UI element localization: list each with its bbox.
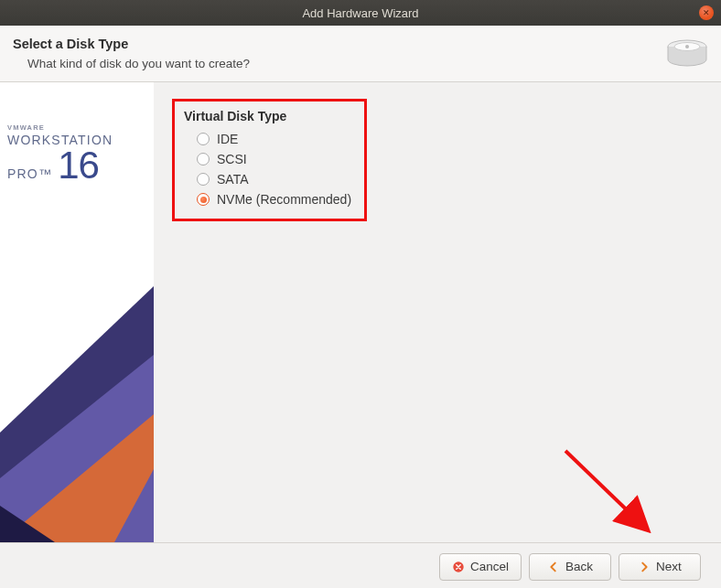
wizard-sidebar: VMWARE WORKSTATION PRO™ 16 (0, 82, 154, 542)
sidebar-decor (0, 231, 154, 542)
cancel-label: Cancel (470, 560, 509, 573)
next-icon (638, 561, 651, 573)
next-button[interactable]: Next (619, 553, 701, 581)
wizard-header: Select a Disk Type What kind of disk do … (0, 26, 721, 82)
cancel-icon (452, 561, 465, 573)
radio-icon-selected (197, 193, 210, 206)
disk-type-group-label: Virtual Disk Type (184, 109, 351, 123)
page-title: Select a Disk Type (13, 37, 250, 51)
brand-vendor: VMWARE (7, 124, 113, 132)
cancel-button[interactable]: Cancel (439, 553, 522, 581)
radio-icon (197, 133, 210, 145)
back-icon (547, 561, 560, 573)
radio-nvme[interactable]: NVMe (Recommended) (184, 189, 351, 209)
brand-edition: PRO (7, 166, 38, 181)
radio-icon (197, 153, 210, 166)
back-button[interactable]: Back (529, 553, 611, 581)
window-title: Add Hardware Wizard (302, 6, 418, 20)
titlebar: Add Hardware Wizard ✕ (0, 0, 721, 26)
radio-icon (197, 173, 210, 186)
radio-sata[interactable]: SATA (184, 169, 351, 189)
radio-label-sata: SATA (217, 172, 249, 187)
svg-point-2 (685, 45, 689, 48)
brand-version: 16 (58, 146, 99, 185)
radio-ide[interactable]: IDE (184, 129, 351, 149)
disk-icon (666, 38, 708, 69)
wizard-content: Virtual Disk Type IDE SCSI SATA NVMe (Re… (154, 82, 721, 542)
brand-logo: VMWARE WORKSTATION PRO™ 16 (7, 124, 113, 185)
radio-label-scsi: SCSI (217, 152, 247, 166)
radio-scsi[interactable]: SCSI (184, 149, 351, 169)
back-label: Back (565, 560, 593, 573)
page-subtitle: What kind of disk do you want to create? (27, 57, 250, 70)
disk-type-group-highlight: Virtual Disk Type IDE SCSI SATA NVMe (Re… (172, 99, 367, 221)
radio-label-nvme: NVMe (Recommended) (217, 192, 351, 207)
radio-label-ide: IDE (217, 132, 238, 146)
close-icon[interactable]: ✕ (699, 5, 714, 20)
wizard-footer: Cancel Back Next (0, 542, 721, 588)
next-label: Next (656, 560, 682, 573)
